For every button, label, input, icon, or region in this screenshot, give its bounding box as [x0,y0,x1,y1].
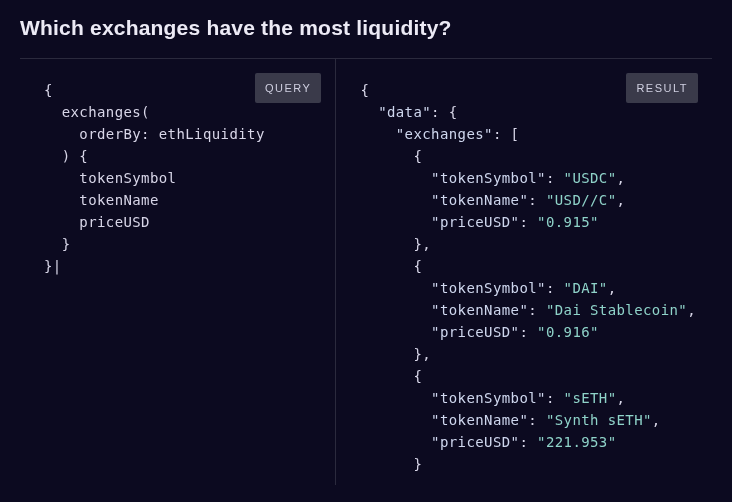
result-code: { "data": { "exchanges": [ { "tokenSymbo… [360,79,696,475]
result-badge: RESULT [626,73,698,103]
query-code[interactable]: { exchanges( orderBy: ethLiquidity ) { t… [44,79,319,277]
page-title: Which exchanges have the most liquidity? [20,16,712,40]
query-panel: QUERY { exchanges( orderBy: ethLiquidity… [20,59,336,485]
result-panel: RESULT { "data": { "exchanges": [ { "tok… [336,59,712,485]
query-badge: QUERY [255,73,321,103]
code-panels: QUERY { exchanges( orderBy: ethLiquidity… [20,58,712,485]
